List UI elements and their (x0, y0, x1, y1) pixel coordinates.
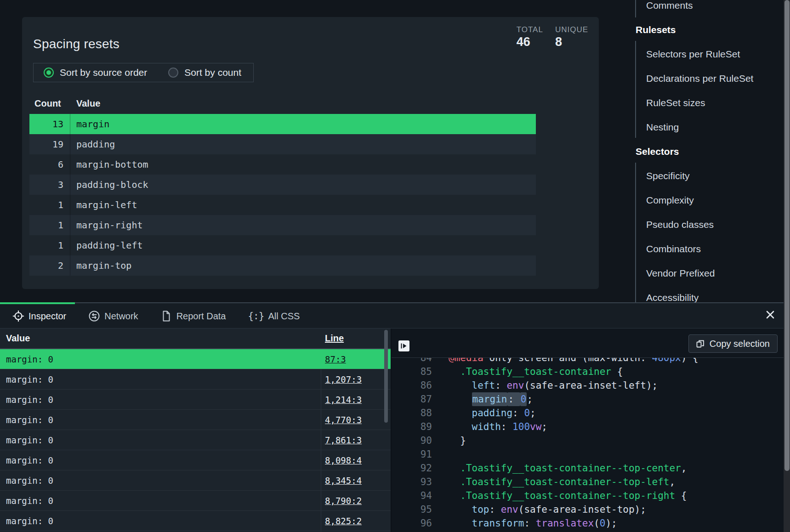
code-line: 90 } (392, 434, 790, 447)
panel-expand-icon (398, 340, 409, 351)
line-code: transform: translatex(0); (449, 516, 617, 530)
declaration-value: margin: 0 (0, 516, 321, 526)
line-number: 85 (392, 365, 432, 379)
panel-tabbar: Inspector Network Report Data {:} A (0, 304, 790, 328)
sort-by-count-option[interactable]: Sort by count (168, 67, 241, 78)
stats: TOTAL 46 UNIQUE 8 (517, 25, 588, 49)
spacing-table-rows: 13 margin 19 padding 6 margin-bottom 3 p… (29, 114, 536, 276)
table-row[interactable]: 1 padding-left (29, 235, 536, 255)
inspector-list-scrollbar-thumb[interactable] (384, 330, 388, 423)
sort-by-source-order-option[interactable]: Sort by source order (44, 67, 147, 78)
sidebar-header-selectors: Selectors (635, 139, 784, 164)
stat-unique: UNIQUE 8 (555, 25, 588, 49)
line-number: 89 (392, 420, 432, 434)
line-code: .Toastify__toast-container { (449, 365, 623, 379)
line-link[interactable]: 8,345:4 (325, 475, 362, 486)
sidebar-header-rulesets: Rulesets (635, 17, 784, 42)
inspector-row[interactable]: margin: 0 4,770:3 (0, 410, 391, 430)
tab-all-css[interactable]: {:} All CSS (248, 311, 300, 322)
table-row[interactable]: 2 margin-top (29, 255, 536, 276)
sidebar-item-combinators[interactable]: Combinators (635, 237, 784, 261)
sidebar-item-pseudo-classes[interactable]: Pseudo classes (635, 212, 784, 237)
line-code: @media only screen and (max-width: 480px… (449, 357, 699, 365)
sidebar-item-ruleset-sizes[interactable]: RuleSet sizes (635, 91, 784, 115)
tab-report-data[interactable]: Report Data (160, 310, 226, 322)
line-link[interactable]: 7,861:3 (325, 435, 362, 445)
line-code: } (449, 434, 466, 447)
line-link[interactable]: 8,098:4 (325, 455, 362, 465)
code-line: 89 width: 100vw; (392, 420, 790, 434)
line-link[interactable]: 8,790:2 (325, 496, 362, 506)
sidebar-item-complexity[interactable]: Complexity (635, 188, 784, 212)
code-line: 88 padding: 0; (392, 406, 790, 420)
code-lines: 84 @media only screen and (max-width: 48… (392, 357, 790, 530)
panel-top-border (0, 302, 790, 303)
line-number: 91 (392, 447, 432, 461)
tab-network-label: Network (104, 311, 138, 322)
line-link[interactable]: 8,825:2 (325, 516, 362, 526)
line-link[interactable]: 4,770:3 (325, 415, 362, 425)
table-row[interactable]: 19 padding (29, 134, 536, 154)
copy-selection-button[interactable]: Copy selection (688, 334, 778, 353)
sidebar-item-nesting[interactable]: Nesting (635, 115, 784, 139)
inspector-row[interactable]: margin: 0 8,790:2 (0, 491, 391, 511)
stat-total: TOTAL 46 (517, 25, 543, 49)
expand-panel-button[interactable] (398, 340, 409, 351)
close-icon (766, 311, 774, 319)
tab-report-data-label: Report Data (176, 311, 226, 322)
table-row[interactable]: 13 margin (29, 114, 536, 134)
code-line: 94 .Toastify__toast-container--top-right… (392, 489, 790, 503)
line-link[interactable]: 87:3 (325, 354, 346, 364)
page-scrollbar-thumb[interactable] (784, 0, 790, 471)
sidebar-item-selectors-per-ruleset[interactable]: Selectors per RuleSet (635, 42, 784, 66)
inspector-row[interactable]: margin: 0 1,214:3 (0, 390, 391, 410)
row-value: margin-right (70, 220, 143, 231)
inspector-rows: margin: 0 87:3 margin: 0 1,207:3 margin:… (0, 349, 391, 532)
tab-inspector[interactable]: Inspector (12, 310, 66, 322)
braces-icon: {:} (248, 311, 264, 322)
close-panel-button[interactable] (764, 309, 776, 321)
stat-unique-label: UNIQUE (555, 25, 588, 34)
row-count: 19 (29, 134, 70, 154)
inspector-row[interactable]: margin: 0 8,098:4 (0, 450, 391, 470)
line-code: .Toastify__toast-container--top-center, (449, 461, 687, 475)
sidebar-item-accessibility[interactable]: Accessibility (635, 285, 784, 304)
line-code: .Toastify__toast-container--top-right { (449, 489, 687, 503)
line-link[interactable]: 1,214:3 (325, 395, 362, 405)
declaration-value: margin: 0 (0, 415, 321, 425)
spacing-table: Count Value 13 margin 19 padding 6 margi… (29, 93, 536, 276)
sidebar-item-specificity[interactable]: Specificity (635, 164, 784, 188)
row-value: margin-left (70, 199, 137, 210)
radio-selected-icon[interactable] (44, 68, 54, 78)
sidebar-item-comments[interactable]: Comments (635, 0, 784, 17)
radio-unselected-icon[interactable] (168, 68, 178, 78)
declaration-value: margin: 0 (0, 475, 321, 486)
sidebar-item-vendor-prefixed[interactable]: Vendor Prefixed (635, 261, 784, 285)
inspector-panel: Inspector Network Report Data {:} A (0, 302, 790, 532)
network-icon (88, 310, 100, 322)
inspector-row[interactable]: margin: 0 8,345:4 (0, 470, 391, 491)
inspector-row[interactable]: margin: 0 8,825:2 (0, 511, 391, 531)
table-row[interactable]: 6 margin-bottom (29, 154, 536, 175)
inspector-row[interactable]: margin: 0 7,861:3 (0, 430, 391, 450)
line-code: left: env(safe-area-inset-left); (449, 379, 658, 392)
code-scroll-area[interactable]: 84 @media only screen and (max-width: 48… (392, 357, 790, 532)
row-count: 1 (29, 235, 70, 255)
row-count: 13 (29, 114, 70, 134)
table-row[interactable]: 3 padding-block (29, 175, 536, 195)
sidebar-item-declarations-per-ruleset[interactable]: Declarations per RuleSet (635, 66, 784, 91)
table-row[interactable]: 1 margin-left (29, 195, 536, 215)
active-tab-indicator (0, 302, 75, 304)
tab-network[interactable]: Network (88, 310, 138, 322)
line-header[interactable]: Line (321, 333, 391, 344)
code-toolbar: Copy selection (392, 328, 790, 357)
line-cell: 4,770:3 (321, 410, 391, 430)
sort-by-source-order-label: Sort by source order (60, 67, 147, 78)
inspector-row[interactable]: margin: 0 87:3 (0, 349, 391, 369)
inspector-row[interactable]: margin: 0 1,207:3 (0, 369, 391, 390)
table-row[interactable]: 1 margin-right (29, 215, 536, 235)
line-cell: 8,825:2 (321, 511, 391, 531)
line-link[interactable]: 1,207:3 (325, 374, 362, 385)
page-title: Spacing resets (33, 37, 119, 51)
line-number: 86 (392, 379, 432, 392)
